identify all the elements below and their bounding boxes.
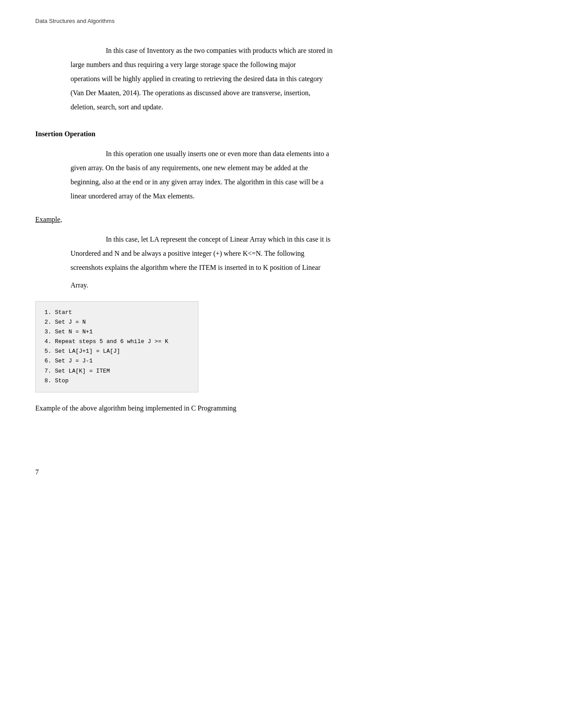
intro-line2: large numbers and thus requiring a very … xyxy=(71,61,296,68)
code-line-8: 8. Stop xyxy=(45,376,189,386)
code-line-5: 5. Set LA[J+1] = LA[J] xyxy=(45,347,189,356)
code-line-3: 3. Set N = N+1 xyxy=(45,327,189,337)
code-line-6: 6. Set J = J-1 xyxy=(45,356,189,366)
example-section: In this case, let LA represent the conce… xyxy=(35,232,527,292)
code-line-1: 1. Start xyxy=(45,308,189,317)
example-line3: screenshots explains the algorithm where… xyxy=(71,264,320,271)
insertion-operation-heading: Insertion Operation xyxy=(35,130,527,138)
page-header: Data Structures and Algorithms xyxy=(35,18,527,26)
example-line2: Unordered and N and be always a positive… xyxy=(71,250,305,257)
code-line-2: 2. Set J = N xyxy=(45,317,189,327)
insertion-line1: In this operation one usually inserts on… xyxy=(106,150,329,157)
intro-line1: In this case of Inventory as the two com… xyxy=(106,47,333,54)
example-paragraph: In this case, let LA represent the conce… xyxy=(71,232,509,275)
intro-line3: operations will be highly applied in cre… xyxy=(71,75,323,82)
insertion-section: In this operation one usually inserts on… xyxy=(35,147,527,203)
intro-line4: (Van Der Maaten, 2014). The operations a… xyxy=(71,89,310,97)
intro-section: In this case of Inventory as the two com… xyxy=(35,44,527,114)
page-number: 7 xyxy=(35,468,527,476)
insertion-paragraph: In this operation one usually inserts on… xyxy=(71,147,509,203)
implementation-text: Example of the above algorithm being imp… xyxy=(35,401,527,415)
insertion-line3: beginning, also at the end or in any giv… xyxy=(71,178,324,186)
insertion-line2: given array. On the basis of any require… xyxy=(71,164,308,172)
example-label: Example, xyxy=(35,216,527,224)
code-line-4: 4. Repeat steps 5 and 6 while J >= K xyxy=(45,337,189,347)
example-line1: In this case, let LA represent the conce… xyxy=(106,235,331,243)
intro-paragraph: In this case of Inventory as the two com… xyxy=(71,44,509,114)
code-block: 1. Start 2. Set J = N 3. Set N = N+1 4. … xyxy=(35,301,198,392)
insertion-line4: linear unordered array of the Max elemen… xyxy=(71,192,194,200)
code-line-7: 7. Set LA[K] = ITEM xyxy=(45,366,189,376)
intro-line5: deletion, search, sort and update. xyxy=(71,103,163,111)
example-trailing: Array. xyxy=(71,278,509,292)
